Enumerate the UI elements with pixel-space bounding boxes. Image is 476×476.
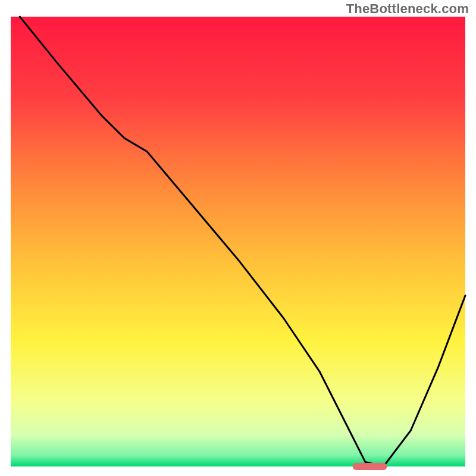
plot-svg bbox=[0, 0, 476, 476]
bottleneck-chart: TheBottleneck.com bbox=[0, 0, 476, 476]
gradient-background bbox=[11, 17, 465, 466]
